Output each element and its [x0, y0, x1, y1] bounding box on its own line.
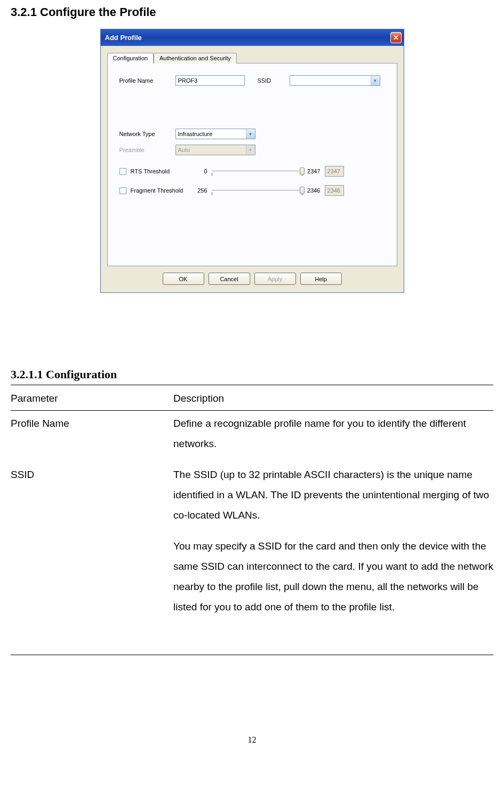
section-title: 3.2.1 Configure the Profile: [11, 5, 493, 19]
profile-name-input[interactable]: [175, 75, 245, 86]
ssid-combo[interactable]: ▼: [290, 75, 380, 86]
divider: [11, 385, 493, 385]
window-title: Add Profile: [105, 34, 142, 42]
divider: [11, 655, 493, 655]
ssid-label: SSID: [258, 77, 290, 84]
tab-panel-configuration: Profile Name SSID ▼ Network Type Infrast…: [107, 63, 397, 266]
table-header-parameter: Parameter: [11, 388, 173, 409]
network-type-combo[interactable]: Infrastructure ▼: [175, 129, 255, 139]
tab-strip: Configuration Authentication and Securit…: [107, 52, 397, 63]
desc-ssid: The SSID (up to 32 printable ASCII chara…: [173, 465, 493, 617]
titlebar: Add Profile ✕: [101, 29, 404, 46]
fragment-label: Fragment Threshold: [131, 187, 194, 194]
fragment-max: 2346: [307, 187, 321, 194]
ssid-value: [290, 79, 371, 82]
profile-name-label: Profile Name: [119, 77, 175, 84]
chevron-down-icon[interactable]: ▼: [371, 76, 380, 85]
preamble-combo: Auto ▼: [175, 145, 255, 155]
cancel-button[interactable]: Cancel: [209, 273, 250, 285]
rts-value: [325, 166, 344, 177]
rts-min: 0: [194, 168, 207, 174]
apply-button: Apply: [254, 273, 296, 285]
chevron-down-icon[interactable]: ▼: [246, 129, 255, 139]
tab-auth-security[interactable]: Authentication and Security: [154, 53, 237, 63]
fragment-checkbox[interactable]: [119, 187, 126, 194]
rts-max: 2347: [307, 168, 321, 174]
param-ssid: SSID: [11, 465, 173, 617]
network-type-label: Network Type: [119, 131, 175, 137]
desc-ssid-p2: You may specify a SSID for the card and …: [173, 536, 493, 617]
preamble-label: Preamble: [119, 147, 175, 153]
desc-profile-name: Define a recognizable profile name for y…: [173, 413, 493, 454]
slider-thumb[interactable]: [300, 187, 305, 194]
slider-thumb[interactable]: [300, 168, 305, 175]
dialog-screenshot: Add Profile ✕ Configuration Authenticati…: [11, 29, 493, 293]
fragment-min: 256: [194, 187, 207, 194]
fragment-slider[interactable]: [212, 186, 302, 195]
subsection-title: 3.2.1.1 Configuration: [11, 368, 493, 383]
parameter-table: Parameter Description Profile Name Defin…: [11, 388, 493, 617]
tab-configuration[interactable]: Configuration: [107, 53, 154, 63]
fragment-value: [325, 185, 344, 196]
rts-slider[interactable]: [212, 166, 302, 176]
chevron-down-icon: ▼: [246, 145, 255, 155]
table-header-description: Description: [173, 388, 493, 409]
preamble-value: Auto: [176, 146, 246, 154]
ok-button[interactable]: OK: [163, 273, 204, 285]
network-type-value: Infrastructure: [176, 130, 246, 138]
button-bar: OK Cancel Apply Help: [107, 273, 397, 285]
add-profile-dialog: Add Profile ✕ Configuration Authenticati…: [100, 29, 404, 293]
page-number: 12: [11, 735, 493, 745]
help-button[interactable]: Help: [300, 273, 342, 285]
desc-ssid-p1: The SSID (up to 32 printable ASCII chara…: [173, 465, 493, 526]
rts-label: RTS Threshold: [131, 168, 194, 174]
close-icon[interactable]: ✕: [390, 32, 402, 43]
param-profile-name: Profile Name: [11, 413, 173, 454]
rts-checkbox[interactable]: [119, 168, 126, 175]
